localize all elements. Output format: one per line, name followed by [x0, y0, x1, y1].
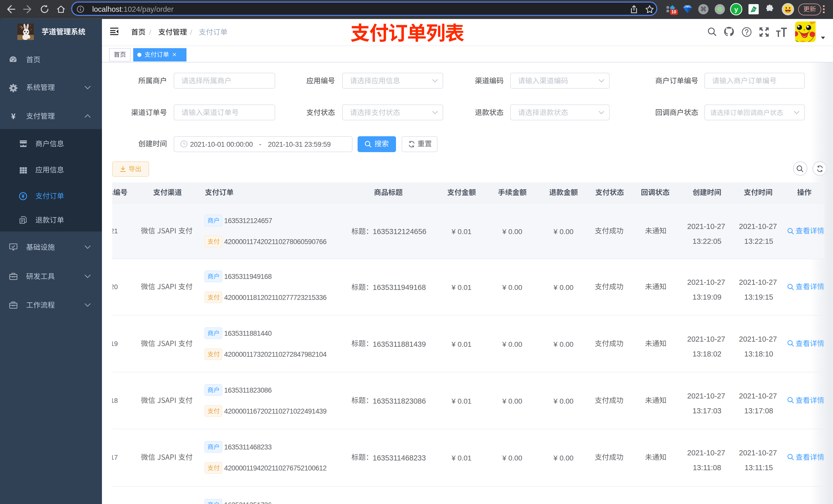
- svg-text:y: y: [734, 6, 738, 13]
- svg-text:⌘: ⌘: [700, 6, 707, 13]
